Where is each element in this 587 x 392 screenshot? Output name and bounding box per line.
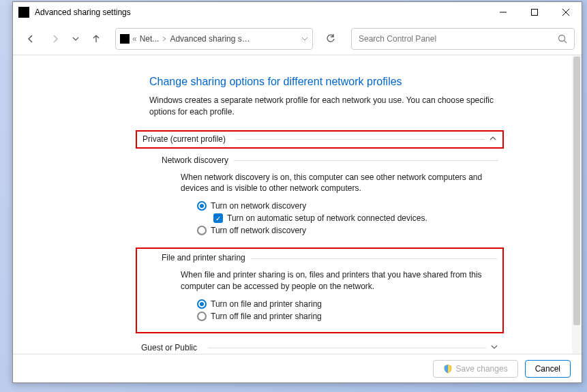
minimize-button[interactable] bbox=[487, 2, 519, 22]
section-description: When file and printer sharing is on, fil… bbox=[181, 269, 502, 292]
section-description: When network discovery is on, this compu… bbox=[181, 172, 498, 195]
radio-label: Turn on network discovery bbox=[211, 201, 306, 211]
search-input[interactable] bbox=[359, 34, 558, 44]
chevron-up-icon bbox=[489, 134, 497, 145]
scrollbar-thumb[interactable] bbox=[573, 57, 580, 325]
radio-icon bbox=[197, 299, 207, 309]
cancel-button[interactable]: Cancel bbox=[525, 360, 571, 378]
section-label: File and printer sharing bbox=[162, 253, 245, 262]
control-panel-window: Advanced sharing settings bbox=[12, 1, 582, 383]
window-title: Advanced sharing settings bbox=[35, 7, 487, 17]
up-button[interactable] bbox=[85, 28, 107, 50]
app-icon bbox=[18, 7, 29, 18]
save-changes-button[interactable]: Save changes bbox=[433, 360, 518, 378]
radio-file-sharing-on[interactable]: Turn on file and printer sharing bbox=[197, 299, 502, 309]
profile-guest-header[interactable]: Guest or Public bbox=[136, 340, 504, 354]
breadcrumb-leader: « bbox=[132, 34, 137, 44]
address-bar[interactable]: « Net... Advanced sharing se... bbox=[115, 28, 313, 50]
page-description: Windows creates a separate network profi… bbox=[149, 95, 504, 118]
content-area: Change sharing options for different net… bbox=[13, 55, 582, 354]
radio-icon bbox=[197, 226, 207, 235]
radio-label: Turn off network discovery bbox=[211, 226, 306, 235]
page-heading: Change sharing options for different net… bbox=[149, 76, 504, 88]
breadcrumb-segment[interactable]: Advanced sharing se... bbox=[170, 34, 252, 44]
maximize-button[interactable] bbox=[519, 2, 550, 22]
forward-button[interactable] bbox=[44, 28, 66, 50]
search-box[interactable] bbox=[351, 28, 575, 50]
radio-discovery-off[interactable]: Turn off network discovery bbox=[197, 226, 498, 235]
vertical-scrollbar[interactable] bbox=[572, 55, 582, 354]
button-label: Save changes bbox=[456, 364, 508, 374]
checkbox-icon: ✓ bbox=[213, 213, 223, 223]
footer-bar: Save changes Cancel bbox=[13, 354, 582, 382]
profile-private-header[interactable]: Private (current profile) bbox=[136, 130, 504, 149]
network-discovery-section: Network discovery When network discovery… bbox=[136, 150, 504, 244]
svg-line-5 bbox=[565, 40, 567, 43]
titlebar: Advanced sharing settings bbox=[13, 2, 582, 22]
profile-label: Private (current profile) bbox=[142, 134, 226, 144]
svg-rect-1 bbox=[532, 10, 538, 16]
svg-point-4 bbox=[559, 35, 565, 41]
history-dropdown[interactable] bbox=[69, 28, 82, 50]
radio-icon bbox=[197, 201, 207, 211]
checkbox-label: Turn on automatic setup of network conne… bbox=[227, 213, 427, 223]
breadcrumb-segment[interactable]: Net... bbox=[140, 34, 160, 44]
addressbar-dropdown-icon[interactable] bbox=[301, 35, 308, 42]
profile-label: Guest or Public bbox=[141, 343, 197, 352]
close-button[interactable] bbox=[550, 2, 582, 22]
refresh-button[interactable] bbox=[320, 28, 342, 50]
location-icon bbox=[120, 34, 130, 44]
section-label: Network discovery bbox=[162, 155, 228, 165]
radio-icon bbox=[197, 312, 207, 321]
back-button[interactable] bbox=[20, 28, 42, 50]
shield-icon bbox=[443, 364, 453, 374]
navigation-toolbar: « Net... Advanced sharing se... bbox=[13, 22, 582, 55]
button-label: Cancel bbox=[535, 364, 560, 374]
radio-discovery-on[interactable]: Turn on network discovery bbox=[197, 201, 498, 211]
chevron-right-icon bbox=[162, 36, 167, 42]
radio-file-sharing-off[interactable]: Turn off file and printer sharing bbox=[197, 312, 502, 321]
chevron-down-icon bbox=[490, 343, 498, 353]
file-printer-sharing-section: File and printer sharing When file and p… bbox=[136, 247, 504, 333]
radio-label: Turn off file and printer sharing bbox=[211, 312, 322, 321]
checkbox-auto-setup[interactable]: ✓ Turn on automatic setup of network con… bbox=[213, 213, 498, 223]
divider bbox=[208, 348, 486, 348]
radio-label: Turn on file and printer sharing bbox=[211, 299, 322, 309]
divider bbox=[237, 139, 485, 140]
search-icon bbox=[558, 34, 567, 44]
